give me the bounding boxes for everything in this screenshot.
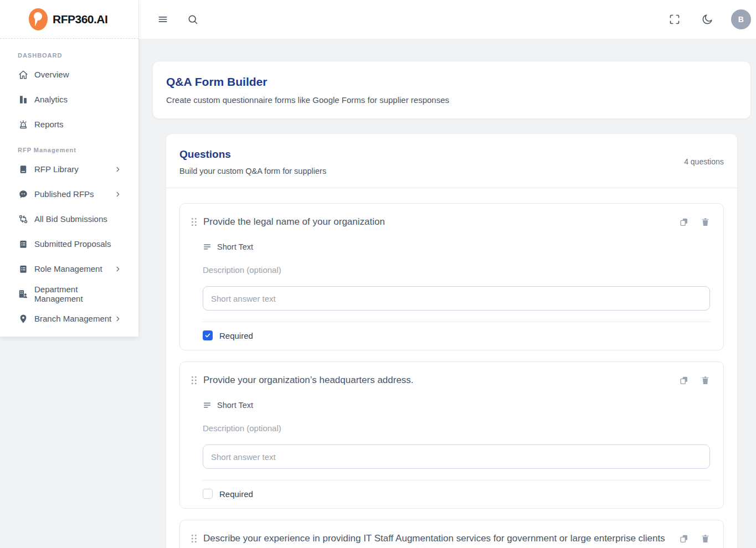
sidebar-item-branch-management[interactable]: Branch Management (0, 306, 138, 331)
question-divider (203, 480, 710, 480)
sidebar-item-label: Overview (34, 70, 69, 79)
brand-name: RFP360.AI (53, 13, 107, 26)
delete-question-button[interactable] (701, 375, 710, 385)
question-description-input[interactable] (203, 423, 710, 433)
main-area: B Q&A Form Builder Create custom questio… (138, 0, 756, 548)
drag-handle-icon[interactable] (191, 534, 197, 543)
question-title-row: Provide your organization’s headquarters… (191, 375, 710, 386)
nav-section-rfp-management: RFP Management (0, 137, 138, 157)
sidebar-item-label: RFP Library (34, 164, 79, 174)
rfp360-logo-icon (29, 8, 48, 30)
chevron-right-icon (114, 315, 122, 323)
git-compare-icon (18, 214, 28, 224)
question-type-row: Short Text (203, 401, 710, 410)
page-content: Q&A Form Builder Create custom questionn… (138, 39, 756, 548)
nav-section-dashboard: DASHBOARD (0, 42, 138, 62)
sidebar-nav: DASHBOARD Overview Analytics Reports (0, 39, 138, 331)
sidebar-item-overview[interactable]: Overview (0, 62, 138, 87)
chevron-right-icon (114, 166, 122, 173)
topbar: B (138, 0, 756, 39)
sidebar-item-label: Department Management (34, 285, 122, 303)
question-type-label: Short Text (217, 242, 253, 251)
sidebar-item-label: Role Management (34, 264, 102, 273)
question-description-input[interactable] (203, 265, 710, 275)
bar-chart-icon (18, 94, 28, 105)
short-text-icon (203, 242, 212, 251)
page-header-card: Q&A Form Builder Create custom questionn… (152, 61, 751, 119)
question-card-3: Describe your experience in providing IT… (179, 520, 724, 548)
question-body: Short Text (203, 242, 710, 311)
sidebar-item-role-management[interactable]: Role Management (0, 256, 138, 281)
clipboard-list-icon (18, 263, 28, 274)
question-divider (203, 322, 710, 322)
sidebar: RFP360.AI DASHBOARD Overview Analytics (0, 0, 138, 337)
chevron-right-icon (114, 190, 122, 198)
question-actions (679, 375, 710, 385)
duplicate-question-button[interactable] (679, 375, 689, 385)
questions-list: Provide the legal name of your organizat… (166, 188, 737, 548)
question-title-row: Provide the legal name of your organizat… (191, 216, 710, 228)
required-checkbox[interactable] (203, 489, 213, 499)
sidebar-item-label: Published RFPs (34, 189, 94, 199)
question-body: Short Text (203, 401, 710, 469)
sidebar-item-label: Analytics (34, 95, 68, 104)
sidebar-item-published-rfps[interactable]: Published RFPs (0, 182, 138, 206)
fullscreen-button[interactable] (666, 11, 683, 28)
question-type-label: Short Text (217, 401, 253, 410)
required-row: Required (203, 489, 710, 499)
delete-question-button[interactable] (701, 217, 710, 227)
page-subtitle: Create custom questionnaire forms like G… (166, 95, 737, 105)
drag-handle-icon[interactable] (191, 218, 197, 226)
app-root: RFP360.AI DASHBOARD Overview Analytics (0, 0, 756, 548)
chevron-right-icon (114, 265, 122, 273)
questions-title: Questions (179, 148, 326, 161)
delete-question-button[interactable] (701, 534, 710, 544)
siren-icon (18, 119, 28, 130)
questions-panel-header: Questions Build your custom Q&A form for… (166, 134, 737, 188)
duplicate-question-button[interactable] (679, 217, 689, 227)
sidebar-item-reports[interactable]: Reports (0, 112, 138, 137)
question-title: Describe your experience in providing IT… (203, 533, 665, 544)
question-type-row: Short Text (203, 242, 710, 251)
questions-panel-heading-group: Questions Build your custom Q&A form for… (179, 148, 326, 175)
required-checkbox[interactable] (203, 330, 213, 340)
required-row: Required (203, 330, 710, 340)
building-user-icon (18, 288, 28, 299)
clipboard-list-icon (18, 239, 28, 249)
question-actions (679, 534, 710, 544)
question-actions (679, 217, 710, 227)
sidebar-item-all-bid-submissions[interactable]: All Bid Submissions (0, 206, 138, 231)
duplicate-question-button[interactable] (679, 534, 689, 544)
map-pin-icon (18, 313, 28, 324)
home-icon (18, 69, 28, 80)
search-button[interactable] (184, 11, 202, 28)
question-title: Provide the legal name of your organizat… (203, 216, 665, 228)
short-text-icon (203, 401, 212, 410)
brand-logo[interactable]: RFP360.AI (0, 0, 138, 39)
sidebar-item-label: Branch Management (34, 314, 111, 323)
question-count-badge: 4 questions (684, 148, 724, 166)
topbar-actions: B (666, 9, 751, 29)
page-title: Q&A Form Builder (166, 75, 737, 89)
sidebar-item-rfp-library[interactable]: RFP Library (0, 157, 138, 182)
message-dots-icon (18, 189, 28, 199)
sidebar-item-label: Reports (34, 120, 64, 129)
required-label: Required (219, 489, 253, 499)
drag-handle-icon[interactable] (191, 376, 197, 385)
sidebar-item-submitted-proposals[interactable]: Submitted Proposals (0, 231, 138, 256)
short-answer-input[interactable] (203, 286, 710, 311)
dark-mode-moon-button[interactable] (698, 10, 717, 29)
questions-subtitle: Build your custom Q&A form for suppliers (179, 167, 326, 175)
sidebar-item-department-management[interactable]: Department Management (0, 281, 138, 306)
questions-panel: Questions Build your custom Q&A form for… (166, 133, 738, 548)
required-label: Required (219, 331, 253, 340)
book-icon (18, 164, 28, 174)
question-card-1: Provide the legal name of your organizat… (179, 203, 724, 350)
question-card-2: Provide your organization’s headquarters… (179, 361, 724, 509)
sidebar-item-analytics[interactable]: Analytics (0, 87, 138, 112)
hamburger-menu-button[interactable] (154, 11, 172, 28)
sidebar-item-label: Submitted Proposals (34, 239, 111, 249)
short-answer-input[interactable] (203, 444, 710, 469)
question-title-row: Describe your experience in providing IT… (191, 533, 710, 544)
user-avatar[interactable]: B (731, 9, 751, 29)
